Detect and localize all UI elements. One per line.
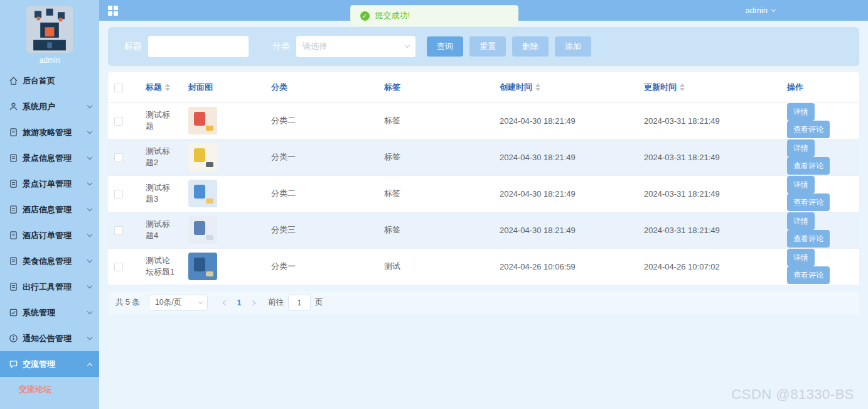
page-size-value: 10条/页 (155, 297, 181, 308)
row-title: 测试标题2 (139, 139, 182, 175)
chevron-down-icon (405, 43, 410, 48)
row-checkbox[interactable] (114, 226, 123, 235)
user-dropdown[interactable]: admin (746, 6, 775, 15)
title-filter-input[interactable] (148, 36, 249, 57)
page-number-current[interactable]: 1 (232, 298, 247, 307)
sidebar-item-label: 旅游攻略管理 (23, 127, 72, 138)
goto-label: 前往 (268, 297, 284, 308)
chevron-down-icon (87, 155, 92, 160)
filter-panel: 标题 分类 请选择 查询 重置 删除 添加 (108, 27, 859, 66)
category-select[interactable]: 请选择 (296, 36, 415, 57)
row-created-time: 2024-04-30 18:21:49 (493, 175, 638, 212)
table-row: 测试标题2分类一标签2024-04-30 18:21:492024-03-31 … (108, 139, 859, 175)
sidebar-item-label: 酒店信息管理 (23, 204, 72, 215)
sidebar-item-8[interactable]: 出行工具管理 (0, 274, 99, 300)
sidebar-item-11[interactable]: 交流管理 (0, 351, 99, 377)
detail-button[interactable]: 详情 (787, 103, 815, 121)
row-tag: 标签 (378, 175, 493, 212)
sidebar-item-label: 后台首页 (23, 75, 55, 87)
row-tag: 标签 (378, 212, 493, 248)
doc-icon (9, 205, 18, 214)
sidebar-subitem-1[interactable]: 论坛分类 (0, 402, 99, 409)
detail-button[interactable]: 详情 (787, 212, 815, 230)
sidebar-item-7[interactable]: 美食信息管理 (0, 248, 99, 274)
row-checkbox[interactable] (114, 190, 123, 199)
sort-carets-icon[interactable] (535, 84, 540, 91)
row-updated-time: 2024-03-31 18:21:49 (638, 102, 781, 139)
row-title: 测试标题3 (139, 175, 182, 212)
add-button[interactable]: 添加 (555, 36, 591, 57)
select-all-checkbox[interactable] (114, 84, 123, 92)
chevron-up-icon (87, 363, 92, 368)
doc-icon (9, 179, 18, 188)
sidebar-item-label: 景点信息管理 (23, 153, 72, 164)
row-tag: 标签 (378, 139, 493, 175)
column-header[interactable]: 标题 (139, 72, 182, 102)
column-header: 标签 (378, 72, 493, 102)
row-checkbox[interactable] (114, 153, 123, 162)
chevron-down-icon (87, 232, 92, 237)
column-header: 操作 (781, 72, 859, 102)
chevron-left-icon (223, 300, 228, 305)
row-created-time: 2024-04-30 18:21:49 (493, 139, 638, 175)
sidebar-item-3[interactable]: 景点信息管理 (0, 145, 99, 171)
page-size-select[interactable]: 10条/页 (149, 295, 208, 311)
view-comments-button[interactable]: 查看评论 (787, 230, 830, 248)
row-checkbox[interactable] (114, 117, 123, 126)
menu-grid-icon[interactable] (108, 6, 118, 16)
sidebar-item-1[interactable]: 系统用户 (0, 94, 99, 119)
reset-button[interactable]: 重置 (469, 36, 506, 57)
sidebar-item-10[interactable]: 通知公告管理 (0, 325, 99, 351)
row-updated-time: 2024-03-31 18:21:49 (638, 139, 781, 175)
detail-button[interactable]: 详情 (787, 249, 815, 266)
row-category: 分类三 (265, 212, 378, 248)
next-page-button[interactable] (247, 296, 260, 310)
pagination-bar: 共 5 条 10条/页 1 前往 页 (108, 292, 859, 314)
avatar (26, 6, 73, 53)
sidebar-item-9[interactable]: 系统管理 (0, 300, 99, 325)
category-select-placeholder: 请选择 (303, 41, 327, 52)
view-comments-button[interactable]: 查看评论 (787, 266, 830, 284)
avatar-box: admin (0, 0, 99, 68)
sidebar-item-5[interactable]: 酒店信息管理 (0, 197, 99, 222)
sidebar-item-6[interactable]: 酒店订单管理 (0, 222, 99, 248)
chevron-right-icon (250, 300, 255, 305)
sort-carets-icon[interactable] (165, 84, 170, 91)
sidebar-item-0[interactable]: 后台首页 (0, 68, 99, 94)
data-table: 标题封面图分类标签创建时间更新时间操作 测试标题分类二标签2024-04-30 … (108, 72, 859, 285)
detail-button[interactable]: 详情 (787, 139, 815, 157)
detail-button[interactable]: 详情 (787, 176, 815, 194)
chevron-down-icon (87, 129, 92, 134)
cover-image (188, 143, 217, 171)
search-button[interactable]: 查询 (427, 36, 463, 57)
table-row: 测试标题分类二标签2024-04-30 18:21:492024-03-31 1… (108, 102, 859, 139)
sort-carets-icon[interactable] (680, 84, 685, 91)
column-header[interactable]: 更新时间 (638, 72, 781, 102)
view-comments-button[interactable]: 查看评论 (787, 194, 830, 211)
row-category: 分类一 (265, 248, 378, 285)
prev-page-button[interactable] (218, 296, 232, 310)
sidebar: admin 后台首页系统用户旅游攻略管理景点信息管理景点订单管理酒店信息管理酒店… (0, 0, 99, 409)
sidebar-item-label: 交流管理 (23, 359, 55, 370)
delete-button[interactable]: 删除 (512, 36, 549, 57)
view-comments-button[interactable]: 查看评论 (787, 121, 830, 138)
table-row: 测试标题4分类三标签2024-04-30 18:21:492024-03-31 … (108, 212, 859, 248)
column-header[interactable]: 创建时间 (493, 72, 638, 102)
sidebar-item-4[interactable]: 景点订单管理 (0, 171, 99, 197)
sidebar-item-2[interactable]: 旅游攻略管理 (0, 119, 99, 145)
row-category: 分类一 (265, 139, 378, 175)
chevron-down-icon (87, 180, 92, 185)
sidebar-subitem-0[interactable]: 交流论坛 (0, 377, 99, 402)
comment-icon (9, 359, 18, 369)
doc-icon (9, 256, 18, 266)
goto-page-input[interactable] (288, 295, 311, 311)
row-tag: 标签 (378, 102, 493, 139)
list-icon (9, 308, 18, 317)
app: admin 后台首页系统用户旅游攻略管理景点信息管理景点订单管理酒店信息管理酒店… (0, 0, 868, 409)
row-checkbox[interactable] (114, 263, 123, 271)
avatar-pixel-art-icon (26, 6, 73, 53)
row-updated-time: 2024-03-31 18:21:49 (638, 175, 781, 212)
view-comments-button[interactable]: 查看评论 (787, 157, 830, 175)
table-row: 测试论坛标题1分类一测试2024-04-26 10:06:592024-04-2… (108, 248, 859, 285)
avatar-label: admin (40, 56, 60, 65)
